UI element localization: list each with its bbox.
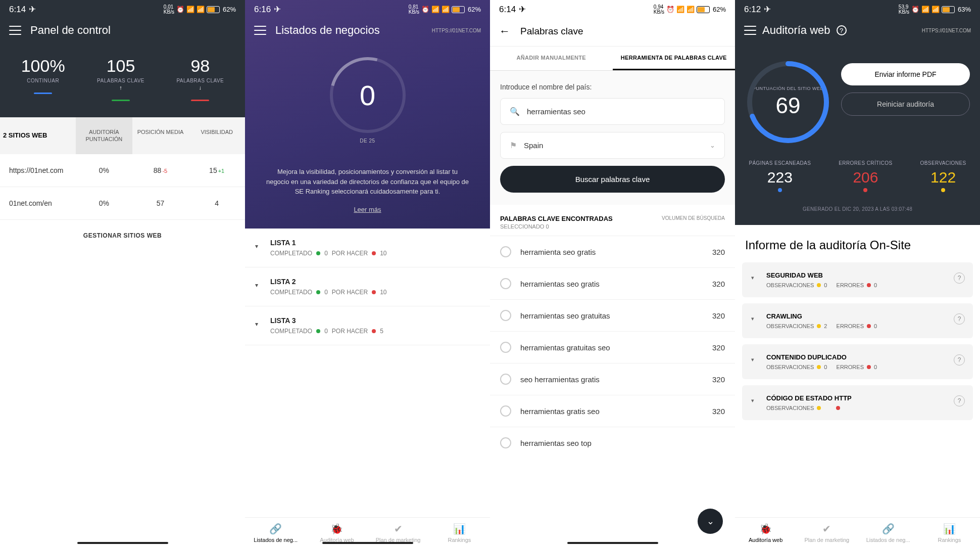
- radio-icon[interactable]: [500, 374, 511, 385]
- score-ring: PUNTUACIÓN DEL SITIO WEB 69: [745, 59, 831, 145]
- keyword-volume: 320: [712, 375, 725, 384]
- telegram-icon: ✈: [29, 4, 36, 15]
- progress-ring: 0 DE 25: [245, 42, 490, 154]
- nav-listings[interactable]: 🔗Listados de neg...: [245, 523, 306, 543]
- battery-icon: [452, 6, 466, 13]
- table-row[interactable]: https://01net.com 0% 88-5 15+1: [0, 154, 245, 187]
- report-title: Informe de la auditoría On-Site: [735, 225, 980, 262]
- signal-icon: 📶: [676, 6, 684, 13]
- send-pdf-button[interactable]: Enviar informe PDF: [841, 63, 970, 85]
- keyword-row[interactable]: herramientas gratuitas seo 320: [490, 331, 735, 363]
- radio-icon[interactable]: [500, 310, 511, 321]
- radio-icon[interactable]: [500, 342, 511, 353]
- keyword-row[interactable]: herramientas seo gratis 320: [490, 267, 735, 299]
- scroll-down-button[interactable]: ⌄: [698, 509, 723, 534]
- tab-manual[interactable]: AÑADIR MANUALMENTE: [490, 47, 613, 70]
- manage-sites-button[interactable]: GESTIONAR SITIOS WEB: [0, 220, 245, 251]
- search-input[interactable]: 🔍 herramientas seo: [500, 98, 725, 125]
- stat-observations[interactable]: OBSERVACIONES 122: [920, 160, 966, 192]
- dot-red-icon: [372, 290, 376, 294]
- nav-marketing[interactable]: ✔Plan de marketing: [796, 523, 857, 543]
- restart-audit-button[interactable]: Reiniciar auditoría: [841, 93, 970, 116]
- stat-pages[interactable]: PÁGINAS ESCANEADAS 223: [749, 160, 811, 192]
- status-bar: 6:16 ✈ 0,81KB/s ⏰ 📶 📶 62%: [245, 0, 490, 17]
- dot-red-icon: [372, 251, 376, 255]
- table-header: 2 SITIOS WEB AUDITORÍA PUNTUACIÓN POSICI…: [0, 117, 245, 154]
- status-bar: 6:14 ✈ 0,94KB/s ⏰ 📶 📶 62%: [490, 0, 735, 17]
- status-bar: 6:12 ✈ 53,9KB/s ⏰ 📶 📶 63%: [735, 0, 980, 17]
- nav-rankings[interactable]: 📊Rankings: [919, 523, 980, 543]
- table-row[interactable]: 01net.com/en 0% 57 4: [0, 187, 245, 220]
- radio-icon[interactable]: [500, 246, 511, 257]
- col-position[interactable]: POSICIÓN MEDIA: [132, 117, 189, 154]
- home-indicator[interactable]: [567, 542, 658, 544]
- list-item[interactable]: LISTA 2 COMPLETADO0 POR HACER10: [245, 267, 490, 306]
- radio-icon[interactable]: [500, 405, 511, 417]
- selected-count: SELECCIONADO 0: [500, 223, 613, 230]
- keyword-row[interactable]: seo herramientas gratis 320: [490, 363, 735, 395]
- radio-icon[interactable]: [500, 278, 511, 289]
- nav-marketing[interactable]: ✔Plan de marketing: [368, 523, 429, 543]
- dot-yellow-icon: [817, 283, 821, 287]
- card-title: CÓDIGO DE ESTADO HTTP: [766, 394, 948, 402]
- dot-yellow-icon: [817, 365, 821, 369]
- nav-audit[interactable]: 🐞Auditoría web: [735, 523, 796, 543]
- keyword-text: herramientas gratuitas seo: [520, 343, 712, 352]
- telegram-icon: ✈: [764, 4, 771, 15]
- volume-header: VOLUMEN DE BÚSQUEDA: [662, 215, 725, 230]
- home-indicator[interactable]: [77, 542, 168, 544]
- signal-icon: 📶: [921, 6, 929, 13]
- audit-card[interactable]: SEGURIDAD WEB OBSERVACIONES 0 ERRORES 0: [742, 262, 973, 297]
- dot-red-icon: [372, 329, 376, 333]
- tab-keyword-tool[interactable]: HERRAMIENTA DE PALABRAS CLAVE: [613, 47, 736, 70]
- battery-percent: 62%: [713, 6, 726, 13]
- keyword-volume: 320: [712, 248, 725, 256]
- home-indicator[interactable]: [322, 542, 413, 544]
- radio-icon[interactable]: [500, 437, 511, 448]
- list-item[interactable]: LISTA 3 COMPLETADO0 POR HACER5: [245, 306, 490, 345]
- keyword-row[interactable]: herramientas seo gratuitas 320: [490, 299, 735, 331]
- found-title: PALABRAS CLAVE ENCONTRADAS: [500, 215, 613, 222]
- card-title: CONTENIDO DUPLICADO: [766, 353, 948, 361]
- card-title: CRAWLING: [766, 312, 948, 320]
- menu-button[interactable]: [9, 26, 21, 35]
- nav-rankings[interactable]: 📊Rankings: [429, 523, 490, 543]
- audit-card[interactable]: CONTENIDO DUPLICADO OBSERVACIONES 0 ERRO…: [742, 344, 973, 379]
- col-visibility[interactable]: VISIBILIDAD: [188, 117, 245, 154]
- keyword-row[interactable]: herramientas seo top: [490, 427, 735, 459]
- dot-red-icon: [836, 406, 840, 410]
- menu-button[interactable]: [254, 26, 266, 35]
- audit-card[interactable]: CRAWLING OBSERVACIONES 2 ERRORES 0: [742, 303, 973, 338]
- bug-icon: 🐞: [735, 523, 796, 535]
- country-select[interactable]: ⚑ Spain ⌄: [500, 132, 725, 159]
- stat-errors[interactable]: ERRORES CRÍTICOS 206: [839, 160, 892, 192]
- menu-button[interactable]: [744, 26, 756, 35]
- chevron-down-icon: ⌄: [707, 516, 714, 527]
- alarm-off-icon: ⏰: [421, 6, 429, 13]
- keyword-text: seo herramientas gratis: [520, 375, 712, 384]
- help-icon[interactable]: ?: [837, 25, 847, 35]
- read-more-link[interactable]: Leer más: [245, 206, 490, 229]
- keyword-row[interactable]: herramientas gratis seo 320: [490, 395, 735, 427]
- page-title: Palabras clave: [520, 26, 583, 37]
- metrics-row: 100% CONTINUAR 105 PALABRAS CLAVE ↑ 98 P…: [0, 42, 245, 117]
- nav-listings[interactable]: 🔗Listados de neg...: [858, 523, 919, 543]
- audit-card[interactable]: CÓDIGO DE ESTADO HTTP OBSERVACIONES: [742, 385, 973, 420]
- alarm-off-icon: ⏰: [911, 6, 919, 13]
- nav-audit[interactable]: 🐞Auditoría web: [306, 523, 367, 543]
- col-audit[interactable]: AUDITORÍA PUNTUACIÓN: [76, 117, 132, 154]
- search-keywords-button[interactable]: Buscar palabras clave: [500, 166, 725, 193]
- panel-header-area: 6:14 ✈ 0,01KB/s ⏰ 📶 📶 62% Panel de contr…: [0, 0, 245, 117]
- arrow-down-icon: ↓: [176, 84, 224, 90]
- metric-continue[interactable]: 100% CONTINUAR: [21, 56, 65, 101]
- link-icon: 🔗: [245, 523, 306, 535]
- list-item[interactable]: LISTA 1 COMPLETADO0 POR HACER10: [245, 229, 490, 267]
- keyword-row[interactable]: herramienta seo gratis 320: [490, 236, 735, 267]
- metric-keywords-down[interactable]: 98 PALABRAS CLAVE ↓: [176, 56, 224, 101]
- screen-keywords: 6:14 ✈ 0,94KB/s ⏰ 📶 📶 62% ← Palabras cla…: [490, 0, 735, 546]
- dot-red-icon: [863, 188, 867, 192]
- page-title: Panel de control: [30, 24, 111, 37]
- metric-keywords-up[interactable]: 105 PALABRAS CLAVE ↑: [97, 56, 144, 101]
- wifi-icon: 📶: [932, 6, 940, 13]
- back-button[interactable]: ←: [499, 25, 510, 38]
